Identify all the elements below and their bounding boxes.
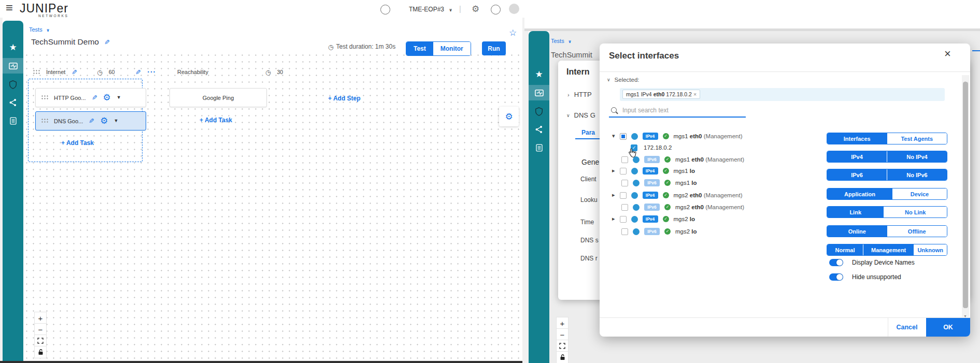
dialog-row-http[interactable]: › HTTP <box>567 91 592 98</box>
avatar[interactable] <box>509 4 519 14</box>
tree-row[interactable]: IPv6 mgs1 eth0 (Management) <box>621 155 744 164</box>
breadcrumb[interactable]: Tests <box>29 24 50 34</box>
scrollbar-thumb[interactable] <box>963 82 968 308</box>
filter-segment[interactable]: IPv6 <box>827 169 887 180</box>
edit-step-icon[interactable] <box>72 68 77 76</box>
fit-view-button[interactable] <box>34 335 47 347</box>
tree-row[interactable]: IPv4 mgs2 lo <box>612 214 695 224</box>
zoom-in-button[interactable]: + <box>34 312 47 324</box>
checkbox-unchecked[interactable] <box>620 192 627 199</box>
chip-remove-icon[interactable]: × <box>693 91 697 97</box>
edit-interval-icon[interactable] <box>135 68 141 76</box>
checkbox-unchecked[interactable] <box>621 228 628 235</box>
task-card-dns-selected[interactable]: DNS Goo... ▼ <box>35 111 146 130</box>
lock-button[interactable] <box>34 346 47 358</box>
ok-button[interactable]: OK <box>926 318 970 337</box>
reports-document-icon[interactable] <box>3 113 23 128</box>
checkbox-unchecked[interactable] <box>620 216 627 223</box>
filter-segment[interactable]: IPv4 <box>827 151 887 162</box>
add-task-button[interactable]: + Add Task <box>200 117 232 124</box>
filter-segment[interactable]: Link <box>827 207 884 217</box>
selected-collapse[interactable]: ∨ Selected: <box>607 77 640 83</box>
add-step-button[interactable]: + Add Step <box>328 95 361 102</box>
tree-row[interactable]: IPv4 mgs2 eth0 (Management) <box>612 191 743 200</box>
tree-row[interactable]: IPv4 mgs1 lo <box>612 166 695 176</box>
checkbox-unchecked[interactable] <box>621 180 628 186</box>
help-icon[interactable] <box>380 5 390 14</box>
filter-segment[interactable]: No Link <box>884 207 947 217</box>
tree-row[interactable]: IPv4 mgs1 eth0 (Management) <box>612 132 743 141</box>
tree-row[interactable]: IPv6 mgs1 lo <box>621 178 697 187</box>
org-selector[interactable]: TME-EOP#3 <box>409 6 452 13</box>
filter-segment[interactable]: Test Agents <box>887 133 947 144</box>
toggle-on-switch[interactable] <box>829 273 843 281</box>
edit-task-icon[interactable] <box>92 94 97 101</box>
zoom-out-button[interactable]: − <box>34 323 47 336</box>
toggle-on-switch[interactable] <box>829 259 843 266</box>
lock-button[interactable] <box>556 351 569 363</box>
tests-monitor-icon[interactable] <box>3 58 23 74</box>
cancel-button[interactable]: Cancel <box>888 318 926 337</box>
caret-right-icon[interactable] <box>612 192 615 198</box>
breadcrumb[interactable]: Tests <box>551 36 572 45</box>
search-input[interactable] <box>621 106 706 114</box>
filter-segment[interactable]: Management <box>863 244 914 255</box>
mode-test-button[interactable]: Test <box>406 42 433 55</box>
edit-title-icon[interactable] <box>104 38 110 46</box>
caret-right-icon[interactable] <box>612 216 615 222</box>
tree-row[interactable]: IPv6 mgs2 eth0 (Management) <box>621 202 744 212</box>
task-settings-icon[interactable] <box>103 93 110 102</box>
filter-segment[interactable]: Application <box>827 188 892 199</box>
security-shield-icon[interactable] <box>529 104 549 119</box>
caret-right-icon[interactable] <box>612 168 615 174</box>
drag-handle-icon[interactable] <box>41 95 48 100</box>
canvas-settings-button[interactable] <box>499 107 519 126</box>
filter-segment[interactable]: Offline <box>887 226 947 237</box>
help-icon[interactable] <box>491 5 501 14</box>
more-options-icon[interactable] <box>147 68 156 76</box>
checkbox-unchecked[interactable] <box>621 204 628 211</box>
selected-chip[interactable]: mgs1 IPv4 eth0 172.18.0.2 × <box>622 90 700 99</box>
favorites-icon[interactable]: ★ <box>529 66 549 82</box>
caret-down-icon[interactable]: ▼ <box>113 119 118 123</box>
share-topology-icon[interactable] <box>529 122 549 137</box>
security-shield-icon[interactable] <box>3 77 23 92</box>
caret-down-icon[interactable]: ▼ <box>117 95 121 100</box>
fit-view-button[interactable] <box>556 340 569 352</box>
task-card-google-ping[interactable]: Google Ping <box>169 88 267 107</box>
search-box[interactable] <box>609 104 746 118</box>
filter-segment[interactable]: No IPv6 <box>887 169 947 180</box>
edit-task-icon[interactable] <box>89 118 94 124</box>
run-button[interactable]: Run <box>482 41 506 55</box>
reports-document-icon[interactable] <box>529 140 549 155</box>
checkbox-unchecked[interactable] <box>620 168 627 175</box>
filter-segment[interactable]: Online <box>827 226 887 237</box>
tests-monitor-icon[interactable] <box>529 85 549 100</box>
close-icon[interactable] <box>944 48 951 60</box>
filter-segment[interactable]: Normal <box>827 244 863 255</box>
mode-monitor-button[interactable]: Monitor <box>433 42 471 55</box>
drag-handle-icon[interactable] <box>41 118 48 124</box>
task-card-http[interactable]: HTTP Goo... ▼ <box>35 88 146 107</box>
hamburger-menu-icon[interactable] <box>6 2 13 14</box>
filter-segment[interactable]: Device <box>892 188 947 199</box>
caret-down-icon[interactable] <box>612 133 615 139</box>
checkbox-unchecked[interactable] <box>621 156 628 163</box>
filter-segment[interactable]: Interfaces <box>827 133 887 144</box>
dialog-row-dns[interactable]: ∨ DNS G <box>566 111 595 119</box>
filter-segment[interactable]: No IPv4 <box>887 151 947 162</box>
share-topology-icon[interactable] <box>3 95 23 110</box>
drag-handle-icon[interactable] <box>33 69 40 75</box>
zoom-out-button[interactable]: − <box>556 328 569 341</box>
chip-iface: eth0 <box>654 91 665 97</box>
favorite-star-icon[interactable] <box>509 28 517 37</box>
filter-segment[interactable]: Unknown <box>914 244 947 255</box>
tree-row[interactable]: IPv6 mgs2 lo <box>621 227 697 236</box>
checkbox-indeterminate[interactable] <box>620 133 627 140</box>
task-settings-icon[interactable] <box>100 117 108 125</box>
settings-icon[interactable] <box>472 5 479 13</box>
tab-parameters-partial[interactable]: Para <box>581 129 595 136</box>
add-task-button[interactable]: + Add Task <box>61 139 94 147</box>
zoom-in-button[interactable]: + <box>556 317 569 329</box>
favorites-icon[interactable]: ★ <box>3 39 23 55</box>
